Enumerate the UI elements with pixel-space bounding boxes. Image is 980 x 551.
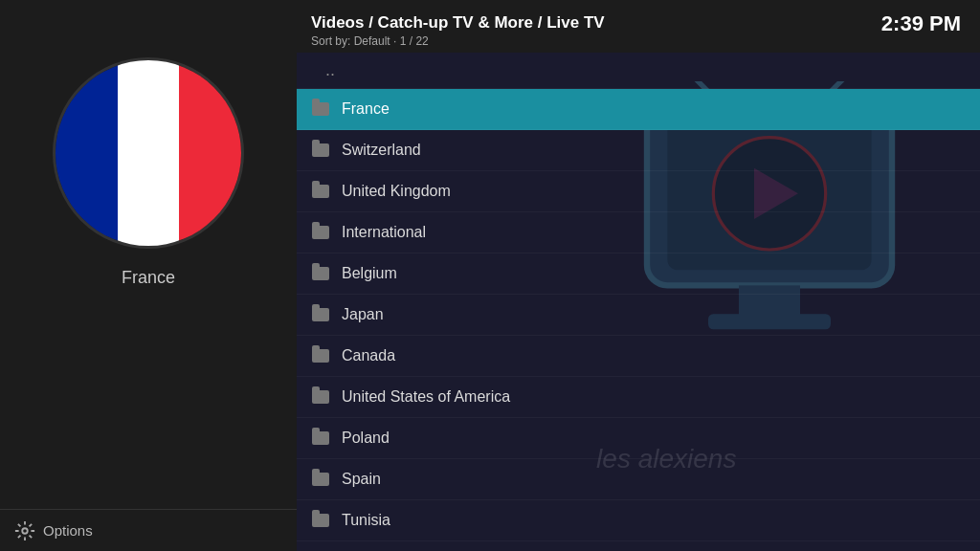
folder-icon [311,305,330,324]
breadcrumb: Videos / Catch-up TV & More / Live TV [311,13,605,33]
item-label: United States of America [342,388,510,406]
options-label: Options [43,522,93,539]
list-item[interactable]: Canada [297,336,980,377]
list-item[interactable]: Poland [297,418,980,459]
clock: 2:39 PM [881,11,961,36]
item-label: Belgium [342,265,397,282]
flag-white-stripe [118,60,180,246]
country-list: .. France Switzerland United Kingdom Int… [297,53,980,551]
list-item[interactable]: Belgium [297,253,980,295]
list-item[interactable]: Japan [297,295,980,336]
folder-icon [311,511,330,530]
item-label: Poland [342,430,390,447]
options-icon [14,520,35,541]
item-label: Japan [342,306,384,323]
item-label: United Kingdom [342,183,451,200]
folder-icon [311,470,330,489]
selected-country-label: France [122,268,175,288]
list-item[interactable]: United Kingdom [297,171,980,212]
header: Videos / Catch-up TV & More / Live TV So… [297,0,980,53]
list-item[interactable]: Spain [297,459,980,500]
item-label: International [342,224,426,241]
folder-icon [311,223,330,242]
sidebar: France [0,0,297,551]
folder-icon [311,429,330,448]
folder-icon [311,264,330,283]
list-item[interactable]: United States of America [297,377,980,418]
flag-image [53,57,244,249]
item-label: Switzerland [342,142,421,159]
parent-dots: .. [325,60,335,80]
main-content: les alexiens .. France Switzerland Unite… [297,53,980,551]
folder-icon [311,99,330,119]
parent-nav-item[interactable]: .. [297,53,980,89]
item-label: Canada [342,347,395,364]
list-item[interactable]: International [297,212,980,253]
item-label: France [342,100,390,118]
folder-icon [311,387,330,407]
flag-red-stripe [179,60,241,246]
list-item[interactable]: Tunisia [297,500,980,541]
sort-info: Sort by: Default · 1 / 22 [311,34,429,48]
folder-icon [311,182,330,201]
list-item[interactable]: France [297,89,980,130]
folder-icon [311,141,330,160]
item-label: Tunisia [342,512,390,529]
item-label: Spain [342,471,381,488]
list-item[interactable]: Switzerland [297,130,980,171]
flag-blue-stripe [56,60,118,246]
folder-icon [311,346,330,365]
options-button[interactable]: Options [0,509,297,551]
svg-point-0 [22,528,28,534]
